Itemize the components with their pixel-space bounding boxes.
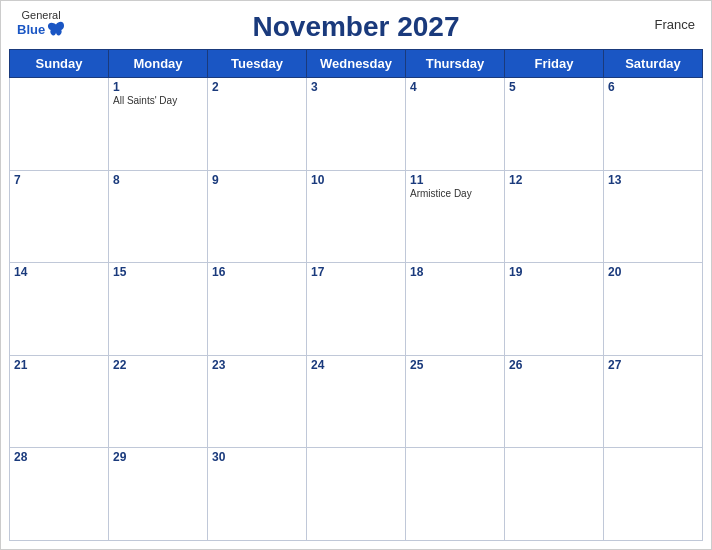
day-number: 16 — [212, 265, 302, 279]
calendar-day-cell: 21 — [10, 355, 109, 448]
calendar-day-cell — [604, 448, 703, 541]
calendar-day-cell: 4 — [406, 78, 505, 171]
day-number: 17 — [311, 265, 401, 279]
day-number: 25 — [410, 358, 500, 372]
calendar-day-cell: 25 — [406, 355, 505, 448]
day-number: 14 — [14, 265, 104, 279]
calendar-day-cell: 15 — [109, 263, 208, 356]
calendar-day-cell: 12 — [505, 170, 604, 263]
day-number: 21 — [14, 358, 104, 372]
holiday-label: All Saints' Day — [113, 95, 203, 106]
calendar-page: General Blue November 2027 France Sunday… — [0, 0, 712, 550]
calendar-day-cell: 19 — [505, 263, 604, 356]
day-number: 13 — [608, 173, 698, 187]
header-saturday: Saturday — [604, 50, 703, 78]
header-sunday: Sunday — [10, 50, 109, 78]
header-friday: Friday — [505, 50, 604, 78]
day-number: 11 — [410, 173, 500, 187]
calendar-day-cell — [505, 448, 604, 541]
calendar-week-row: 282930 — [10, 448, 703, 541]
day-number: 27 — [608, 358, 698, 372]
day-number: 29 — [113, 450, 203, 464]
day-number: 24 — [311, 358, 401, 372]
calendar-day-cell: 5 — [505, 78, 604, 171]
calendar-day-cell: 24 — [307, 355, 406, 448]
calendar-week-row: 14151617181920 — [10, 263, 703, 356]
calendar-day-cell: 30 — [208, 448, 307, 541]
day-number: 2 — [212, 80, 302, 94]
calendar-day-cell: 17 — [307, 263, 406, 356]
header-wednesday: Wednesday — [307, 50, 406, 78]
day-number: 1 — [113, 80, 203, 94]
day-number: 8 — [113, 173, 203, 187]
day-number: 7 — [14, 173, 104, 187]
calendar-day-cell — [307, 448, 406, 541]
day-number: 23 — [212, 358, 302, 372]
calendar-day-cell: 11Armistice Day — [406, 170, 505, 263]
calendar-day-cell: 2 — [208, 78, 307, 171]
calendar-table: Sunday Monday Tuesday Wednesday Thursday… — [9, 49, 703, 541]
day-number: 26 — [509, 358, 599, 372]
header-thursday: Thursday — [406, 50, 505, 78]
calendar-day-cell: 13 — [604, 170, 703, 263]
calendar-day-cell: 26 — [505, 355, 604, 448]
calendar-day-cell: 10 — [307, 170, 406, 263]
holiday-label: Armistice Day — [410, 188, 500, 199]
calendar-week-row: 7891011Armistice Day1213 — [10, 170, 703, 263]
calendar-day-cell: 14 — [10, 263, 109, 356]
calendar-day-cell: 22 — [109, 355, 208, 448]
country-label: France — [655, 17, 695, 32]
calendar-day-cell: 9 — [208, 170, 307, 263]
header-tuesday: Tuesday — [208, 50, 307, 78]
day-number: 12 — [509, 173, 599, 187]
calendar-title: November 2027 — [252, 11, 459, 43]
calendar-day-cell: 8 — [109, 170, 208, 263]
day-number: 28 — [14, 450, 104, 464]
calendar-day-cell: 7 — [10, 170, 109, 263]
calendar-day-cell: 29 — [109, 448, 208, 541]
day-number: 10 — [311, 173, 401, 187]
calendar-day-cell: 20 — [604, 263, 703, 356]
logo-bird-icon — [47, 21, 65, 37]
day-number: 18 — [410, 265, 500, 279]
logo-area: General Blue — [17, 9, 65, 37]
header-monday: Monday — [109, 50, 208, 78]
day-number: 9 — [212, 173, 302, 187]
calendar-day-cell: 18 — [406, 263, 505, 356]
weekday-header-row: Sunday Monday Tuesday Wednesday Thursday… — [10, 50, 703, 78]
calendar-day-cell: 28 — [10, 448, 109, 541]
calendar-day-cell: 16 — [208, 263, 307, 356]
calendar-day-cell — [10, 78, 109, 171]
day-number: 30 — [212, 450, 302, 464]
logo-blue-text: Blue — [17, 21, 65, 37]
day-number: 15 — [113, 265, 203, 279]
logo-general-text: General — [22, 9, 61, 21]
calendar-day-cell: 23 — [208, 355, 307, 448]
day-number: 3 — [311, 80, 401, 94]
calendar-week-row: 1All Saints' Day23456 — [10, 78, 703, 171]
calendar-day-cell: 3 — [307, 78, 406, 171]
calendar-day-cell: 6 — [604, 78, 703, 171]
day-number: 6 — [608, 80, 698, 94]
calendar-day-cell: 27 — [604, 355, 703, 448]
day-number: 4 — [410, 80, 500, 94]
calendar-day-cell: 1All Saints' Day — [109, 78, 208, 171]
calendar-day-cell — [406, 448, 505, 541]
day-number: 20 — [608, 265, 698, 279]
day-number: 22 — [113, 358, 203, 372]
calendar-header: General Blue November 2027 France — [1, 1, 711, 49]
day-number: 19 — [509, 265, 599, 279]
day-number: 5 — [509, 80, 599, 94]
calendar-week-row: 21222324252627 — [10, 355, 703, 448]
